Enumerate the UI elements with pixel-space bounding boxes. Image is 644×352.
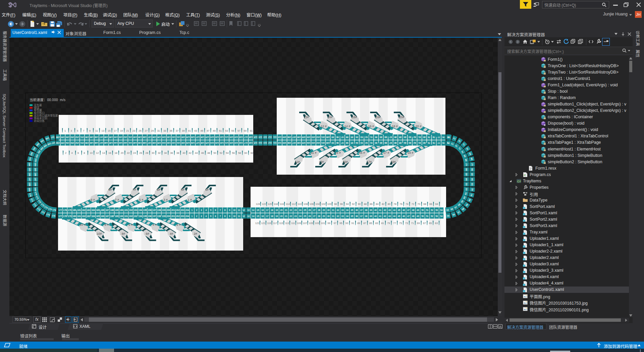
svg-text:110: 110 bbox=[298, 203, 302, 206]
svg-text:128: 128 bbox=[191, 136, 195, 138]
svg-text:38: 38 bbox=[176, 151, 179, 155]
svg-text:26: 26 bbox=[308, 215, 311, 217]
svg-text:20 #: 20 # bbox=[416, 125, 422, 128]
svg-text:95: 95 bbox=[351, 136, 354, 138]
svg-text:23: 23 bbox=[132, 129, 135, 132]
svg-text:126: 126 bbox=[201, 142, 204, 144]
svg-text:45: 45 bbox=[398, 209, 400, 211]
svg-text:41: 41 bbox=[379, 215, 382, 217]
svg-text:102: 102 bbox=[316, 142, 320, 144]
svg-text:87: 87 bbox=[389, 136, 392, 138]
svg-text:7#: 7# bbox=[132, 188, 136, 191]
svg-text:106: 106 bbox=[297, 136, 301, 138]
svg-text:37: 37 bbox=[360, 215, 363, 217]
svg-text:196: 196 bbox=[148, 215, 151, 217]
svg-text:14: 14 bbox=[252, 209, 255, 211]
svg-text:14: 14 bbox=[102, 151, 105, 155]
svg-text:201: 201 bbox=[171, 215, 175, 217]
svg-text:29: 29 bbox=[151, 129, 154, 132]
svg-text:12 #: 12 # bbox=[321, 125, 327, 128]
svg-text:6: 6 bbox=[215, 209, 216, 211]
svg-text:107: 107 bbox=[292, 136, 296, 138]
svg-text:75: 75 bbox=[399, 222, 402, 225]
svg-text:107: 107 bbox=[292, 142, 296, 144]
svg-text:106: 106 bbox=[297, 142, 301, 144]
svg-text:104: 104 bbox=[307, 136, 310, 138]
svg-text:115: 115 bbox=[279, 222, 283, 225]
svg-text:42: 42 bbox=[189, 151, 192, 155]
svg-text:58: 58 bbox=[238, 151, 241, 155]
svg-text:189: 189 bbox=[115, 209, 118, 211]
svg-text:16: 16 bbox=[261, 215, 264, 217]
svg-text:124: 124 bbox=[256, 203, 260, 206]
svg-text:24: 24 bbox=[299, 215, 302, 217]
svg-text:45: 45 bbox=[398, 215, 400, 217]
svg-text:8: 8 bbox=[224, 215, 226, 217]
svg-text:152: 152 bbox=[75, 142, 79, 144]
svg-text:86: 86 bbox=[370, 203, 372, 206]
svg-text:53: 53 bbox=[435, 209, 438, 211]
svg-text:52: 52 bbox=[431, 209, 433, 211]
svg-text:33: 33 bbox=[163, 129, 166, 132]
svg-text:111: 111 bbox=[291, 222, 295, 225]
svg-text:111: 111 bbox=[273, 142, 277, 144]
svg-text:37: 37 bbox=[360, 209, 363, 211]
svg-text:43: 43 bbox=[388, 215, 391, 217]
svg-text:10 #: 10 # bbox=[80, 223, 86, 226]
svg-text:66: 66 bbox=[465, 168, 468, 171]
svg-text:76: 76 bbox=[442, 136, 445, 138]
svg-text:113: 113 bbox=[285, 222, 289, 225]
svg-text:90: 90 bbox=[375, 142, 377, 144]
svg-text:84: 84 bbox=[376, 203, 378, 206]
svg-text:157: 157 bbox=[51, 136, 55, 139]
svg-text:65: 65 bbox=[429, 222, 432, 225]
svg-text:129: 129 bbox=[186, 142, 190, 144]
svg-text:8: 8 bbox=[224, 209, 226, 211]
svg-text:123: 123 bbox=[215, 142, 219, 144]
svg-text:139: 139 bbox=[138, 136, 142, 138]
svg-text:88: 88 bbox=[364, 203, 367, 206]
svg-text:65: 65 bbox=[465, 173, 468, 176]
svg-text:181: 181 bbox=[77, 209, 81, 211]
svg-text:1#: 1# bbox=[205, 188, 209, 191]
svg-text:34: 34 bbox=[346, 209, 349, 211]
svg-text:92: 92 bbox=[365, 142, 368, 144]
svg-text:191: 191 bbox=[124, 209, 128, 211]
svg-text:80: 80 bbox=[423, 142, 426, 144]
svg-text:138: 138 bbox=[143, 142, 147, 144]
svg-text:112: 112 bbox=[268, 142, 272, 144]
svg-text:108: 108 bbox=[287, 142, 291, 144]
svg-text:197: 197 bbox=[152, 215, 156, 217]
svg-text:114: 114 bbox=[259, 142, 262, 144]
svg-text:22: 22 bbox=[289, 209, 292, 211]
svg-text:99: 99 bbox=[331, 142, 334, 144]
svg-text:134: 134 bbox=[162, 136, 166, 138]
svg-text:97: 97 bbox=[333, 222, 336, 225]
svg-text:8 #: 8 # bbox=[105, 223, 109, 226]
svg-text:187: 187 bbox=[105, 209, 109, 211]
svg-text:165: 165 bbox=[34, 168, 37, 171]
svg-text:31: 31 bbox=[157, 129, 160, 132]
svg-text:103: 103 bbox=[315, 222, 319, 225]
svg-text:83: 83 bbox=[375, 222, 378, 225]
svg-text:16#: 16# bbox=[352, 116, 357, 119]
svg-text:138: 138 bbox=[143, 136, 147, 138]
svg-text:100: 100 bbox=[326, 136, 330, 138]
svg-text:127: 127 bbox=[196, 136, 200, 138]
svg-text:179: 179 bbox=[68, 209, 71, 211]
svg-text:130: 130 bbox=[181, 136, 185, 138]
svg-text:124: 124 bbox=[210, 142, 214, 144]
svg-text:145: 145 bbox=[109, 136, 113, 138]
svg-text:21: 21 bbox=[285, 209, 287, 211]
svg-text:11 #: 11 # bbox=[311, 151, 317, 155]
svg-text:31: 31 bbox=[332, 215, 335, 217]
svg-text:2: 2 bbox=[65, 151, 66, 155]
svg-text:89: 89 bbox=[380, 142, 382, 144]
svg-text:94: 94 bbox=[346, 203, 348, 206]
svg-text:87: 87 bbox=[363, 222, 366, 225]
svg-text:168: 168 bbox=[29, 182, 31, 186]
svg-text:110: 110 bbox=[278, 142, 281, 144]
svg-text:116: 116 bbox=[280, 203, 284, 206]
svg-text:113: 113 bbox=[263, 142, 267, 144]
svg-text:86: 86 bbox=[394, 142, 397, 144]
